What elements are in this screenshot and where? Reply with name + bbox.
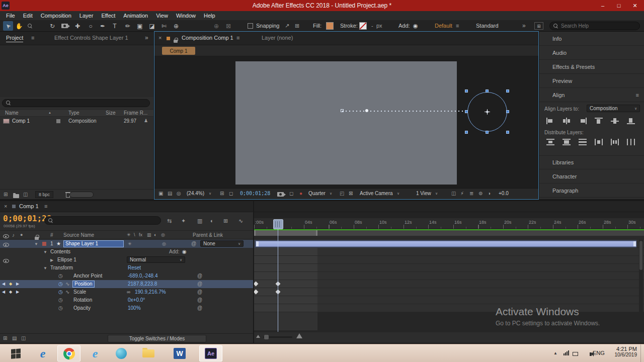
zoom-slider-thumb[interactable]	[264, 335, 269, 339]
selection-handle[interactable]	[506, 89, 509, 93]
project-search-box[interactable]	[2, 99, 150, 107]
display-icon[interactable]	[573, 352, 578, 356]
tab-effect-controls[interactable]: Effect Controls Shape Layer 1	[54, 35, 128, 41]
parent-dropdown[interactable]: None ∨	[200, 240, 244, 247]
stopwatch-icon[interactable]: ◷	[58, 281, 63, 287]
pan-behind-tool-icon[interactable]: ✚	[72, 21, 83, 31]
shape-tool-icon[interactable]: ○	[86, 21, 96, 31]
stroke-width-value[interactable]: -	[371, 23, 373, 29]
view-visibility-icon[interactable]: ◎	[177, 191, 181, 196]
chevron-down-icon[interactable]: ∨	[397, 192, 399, 196]
next-keyframe-icon[interactable]: ▶	[16, 282, 19, 286]
workspace-standard[interactable]: Standard	[476, 23, 499, 29]
panel-info[interactable]: Info	[539, 32, 644, 46]
project-row-comp1[interactable]: Comp 1 Composition 29.97 ♟	[0, 117, 153, 125]
next-keyframe-icon[interactable]: ▶	[16, 290, 19, 294]
reset-exposure-icon[interactable]: ◑	[488, 191, 491, 196]
panel-character[interactable]: Character	[539, 169, 644, 184]
pickwhip-icon[interactable]: @	[197, 281, 202, 287]
tab-layer[interactable]: Layer (none)	[262, 35, 293, 41]
column-name[interactable]: Name	[5, 110, 19, 116]
playhead-line[interactable]	[278, 229, 278, 332]
hand-tool-icon[interactable]: ✋	[14, 21, 24, 31]
draft-3d-icon[interactable]: ✦	[181, 218, 186, 224]
camera-tool-icon[interactable]	[59, 21, 69, 31]
opacity-label[interactable]: Opacity	[73, 305, 91, 311]
align-to-dropdown[interactable]: Composition ∨	[587, 105, 640, 112]
workspace-bar-icon[interactable]: ⊞	[534, 22, 543, 30]
panel-effects-presets[interactable]: Effects & Presets	[539, 60, 644, 74]
toggle-switches-modes-button[interactable]: Toggle Switches / Modes	[108, 335, 206, 342]
lock-icon[interactable]	[174, 40, 178, 43]
menu-edit[interactable]: Edit	[19, 13, 37, 19]
close-tab-icon[interactable]: ×	[158, 35, 162, 41]
graph-overlay-icon[interactable]: ∿	[65, 289, 69, 295]
keyframe-indicator-icon[interactable]: ◆	[9, 290, 12, 294]
align-right-button[interactable]	[577, 116, 589, 125]
pickwhip-icon[interactable]: @	[197, 273, 202, 279]
opacity-row[interactable]: ◷ Opacity 100% @	[0, 304, 253, 312]
contents-label[interactable]: Contents	[50, 249, 70, 254]
zoom-tool-icon[interactable]	[25, 21, 35, 31]
add-property-icon[interactable]: ◉	[182, 249, 187, 254]
scale-row[interactable]: ◀ ◆ ▶ ◷ ∿ Scale ∞ 190.9,216.7% @	[0, 288, 253, 296]
vertical-scrollbar[interactable]	[639, 240, 643, 312]
opacity-value[interactable]: 100%	[128, 305, 141, 311]
tab-project[interactable]: Project	[6, 35, 23, 42]
label-color-chip[interactable]	[42, 242, 46, 246]
stopwatch-icon[interactable]: ◷	[58, 289, 63, 295]
fast-previews-icon[interactable]: ⚡	[460, 191, 464, 196]
network-icon[interactable]	[564, 350, 569, 355]
selection-handle[interactable]	[506, 131, 509, 134]
show-channel-icon[interactable]: ●	[299, 191, 302, 196]
visibility-eye-icon[interactable]	[3, 243, 9, 247]
mask-visibility-icon[interactable]: ◻	[229, 191, 233, 196]
position-row[interactable]: ◀ ◆ ▶ ◷ ∿ Position 2187.8,223.8 @	[0, 280, 253, 288]
help-search-input[interactable]	[561, 23, 631, 29]
motion-path-start-keyframe[interactable]	[341, 109, 344, 112]
graph-editor-icon[interactable]: ∿	[238, 218, 243, 224]
stroke-label[interactable]: Stroke:	[340, 23, 358, 29]
viewer-current-time[interactable]: 0;00;01;28	[240, 191, 270, 196]
chevron-down-icon[interactable]: ∨	[209, 192, 211, 196]
workspace-overflow-icon[interactable]: »	[522, 22, 526, 29]
selection-handle[interactable]	[465, 110, 468, 113]
align-vert-center-button[interactable]	[609, 116, 621, 125]
show-snapshot-icon[interactable]: ◻	[289, 191, 293, 196]
new-folder-icon[interactable]	[13, 194, 19, 198]
menu-file[interactable]: File	[2, 13, 19, 19]
constrain-proportions-icon[interactable]: ∞	[127, 289, 130, 295]
clone-stamp-tool-icon[interactable]: ▣	[135, 21, 145, 31]
rotation-row[interactable]: ◷ Rotation 0x+0.0° @	[0, 296, 253, 304]
current-time-indicator[interactable]	[273, 219, 283, 229]
align-left-button[interactable]	[544, 116, 556, 125]
exposure-value[interactable]: +0.0	[499, 191, 509, 196]
volume-icon[interactable]	[590, 352, 592, 356]
taskbar-icon-explorer[interactable]	[137, 345, 160, 361]
prev-keyframe-icon[interactable]: ◀	[2, 282, 5, 286]
timeline-divider[interactable]	[253, 201, 254, 343]
ellipse-label[interactable]: Ellipse 1	[57, 257, 76, 262]
panel-preview[interactable]: Preview	[539, 74, 644, 88]
contents-row[interactable]: ▼ Contents Add: ◉	[0, 248, 253, 256]
composition-canvas[interactable]	[235, 61, 457, 185]
viewer-panel-menu-icon[interactable]: ≡	[236, 35, 239, 41]
column-type[interactable]: Type	[68, 110, 79, 116]
layer-duration-bar[interactable]	[256, 241, 636, 247]
parent-pickwhip-icon[interactable]: @	[191, 241, 196, 246]
stopwatch-icon[interactable]: ◷	[58, 273, 63, 279]
zoom-in-icon[interactable]	[296, 333, 302, 338]
layer-switches-pane-icon[interactable]: ⊞	[3, 335, 7, 341]
column-frame-rate[interactable]: Frame R...	[124, 110, 147, 116]
column-size[interactable]: Size	[106, 110, 115, 116]
axis-mode-icon[interactable]: ⊕	[211, 21, 221, 31]
panel-libraries[interactable]: Libraries	[539, 155, 644, 169]
work-area-track[interactable]	[254, 230, 644, 236]
blend-mode-dropdown[interactable]: Normal ∨	[127, 256, 185, 263]
zoom-out-icon[interactable]	[256, 335, 260, 338]
graph-overlay-icon[interactable]: ∿	[65, 281, 69, 287]
transform-label[interactable]: Transform	[50, 265, 73, 270]
expand-icon[interactable]: ▼	[34, 242, 38, 246]
scale-value[interactable]: 190.9,216.7%	[135, 289, 166, 295]
interpret-footage-icon[interactable]: ⊞	[4, 192, 8, 197]
